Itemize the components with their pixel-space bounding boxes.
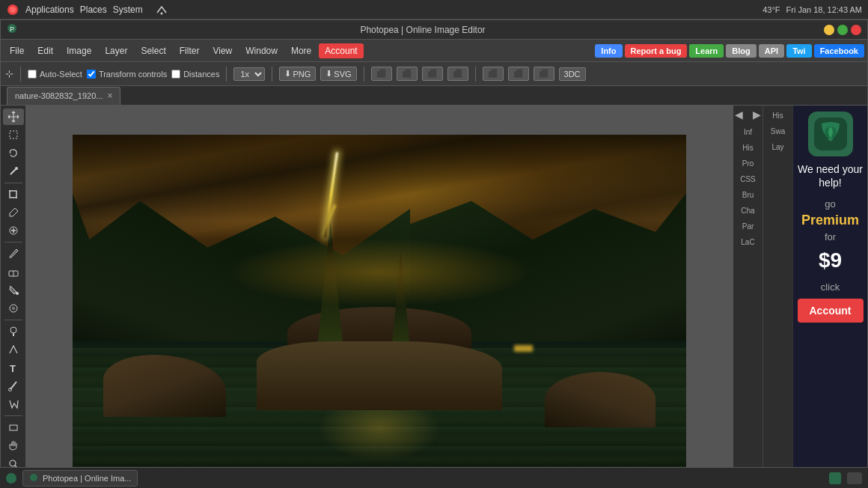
toolbar-sep-5 xyxy=(475,67,476,82)
path-select-tool[interactable] xyxy=(3,396,24,412)
facebook-button[interactable]: Facebook xyxy=(814,44,864,58)
minimize-button[interactable] xyxy=(824,25,834,35)
dodge-tool[interactable] xyxy=(3,323,24,340)
menu-file[interactable]: File xyxy=(4,43,30,58)
image-tab[interactable]: nature-3082832_1920... × xyxy=(7,87,120,105)
align-right-button[interactable]: ⬛ xyxy=(422,67,443,81)
lac-panel-btn[interactable]: LaC xyxy=(735,235,762,249)
menu-image[interactable]: Image xyxy=(61,43,97,58)
select-tool[interactable] xyxy=(3,126,24,143)
info-button[interactable]: Info xyxy=(595,44,622,58)
twitter-button[interactable]: Twi xyxy=(786,44,812,58)
network-icon xyxy=(155,3,168,16)
taskbar: Photopea | Online Ima... xyxy=(0,467,868,488)
panel-expand-right[interactable]: ▶ xyxy=(753,109,761,121)
move-tool-icon: ⊹ xyxy=(5,68,13,79)
download-svg-icon: ⬇ xyxy=(326,69,332,79)
photopea-logo-icon xyxy=(814,118,847,150)
hand-tool[interactable] xyxy=(3,437,24,454)
menu-layer[interactable]: Layer xyxy=(99,43,133,58)
canvas-wrapper xyxy=(73,135,686,479)
time-display: Fri Jan 18, 12:43 AM xyxy=(786,5,863,14)
temp-display: 43°F xyxy=(762,5,780,14)
svg-point-26 xyxy=(30,474,37,481)
distances-checkbox[interactable] xyxy=(171,70,180,79)
taskbar-end-icon[interactable] xyxy=(829,472,841,484)
system-menu[interactable]: System xyxy=(113,4,143,15)
svg-point-21 xyxy=(10,460,16,466)
canvas-area[interactable] xyxy=(26,106,733,488)
menu-edit[interactable]: Edit xyxy=(31,43,59,58)
heal-tool[interactable] xyxy=(3,222,24,239)
top-right-buttons: Info Report a bug Learn Blog API Twi Fac… xyxy=(595,44,864,58)
png-label: PNG xyxy=(293,70,311,79)
menu-view[interactable]: View xyxy=(207,43,238,58)
history-panel-btn[interactable]: His xyxy=(735,141,762,155)
ad-account-button[interactable]: Account xyxy=(798,299,864,323)
svg-export-button[interactable]: ⬇ SVG xyxy=(320,67,356,81)
report-bug-button[interactable]: Report a bug xyxy=(625,44,688,58)
blur-tool[interactable] xyxy=(3,300,24,317)
brush-tool[interactable] xyxy=(3,245,24,262)
text-tool[interactable]: T xyxy=(3,359,24,376)
tool-sep-2 xyxy=(4,242,22,243)
3d-button[interactable]: 3DC xyxy=(559,67,586,81)
his2-panel-btn[interactable]: His xyxy=(765,109,792,123)
layers-panel-btn[interactable]: Lay xyxy=(765,140,792,154)
align-mid-button[interactable]: ⬛ xyxy=(508,67,529,81)
crop-tool[interactable] xyxy=(3,186,24,203)
auto-select-label[interactable]: Auto-Select xyxy=(28,70,82,79)
learn-button[interactable]: Learn xyxy=(689,44,724,58)
places-menu[interactable]: Places xyxy=(80,4,107,15)
api-button[interactable]: API xyxy=(759,44,784,58)
eyedropper2-tool[interactable] xyxy=(3,378,24,394)
distances-label[interactable]: Distances xyxy=(171,70,219,79)
window-controls xyxy=(824,25,861,35)
rectangle-tool[interactable] xyxy=(3,419,24,436)
applications-menu[interactable]: Applications xyxy=(25,4,74,15)
fill-tool[interactable] xyxy=(3,282,24,299)
distances-text: Distances xyxy=(183,70,219,79)
pen-tool[interactable] xyxy=(3,341,24,358)
distribute-button[interactable]: ⬛ xyxy=(483,67,504,81)
taskbar-app-item[interactable]: Photopea | Online Ima... xyxy=(22,470,138,487)
taskbar-app-label: Photopea | Online Ima... xyxy=(43,474,131,483)
png-export-button[interactable]: ⬇ PNG xyxy=(279,67,316,81)
auto-select-text: Auto-Select xyxy=(40,70,82,79)
ad-click: click xyxy=(821,281,840,293)
channels-panel-btn[interactable]: Cha xyxy=(735,204,762,218)
info-panel-btn[interactable]: Inf xyxy=(735,125,762,139)
paragraphs-panel-btn[interactable]: Par xyxy=(735,219,762,234)
align-top-button[interactable]: ⬛ xyxy=(447,67,468,81)
blog-button[interactable]: Blog xyxy=(726,44,756,58)
eyedropper-tool[interactable] xyxy=(3,204,24,221)
menu-select[interactable]: Select xyxy=(135,43,171,58)
brush-panel-btn[interactable]: Bru xyxy=(735,188,762,202)
menu-filter[interactable]: Filter xyxy=(174,43,206,58)
wand-tool[interactable] xyxy=(3,163,24,180)
zoom-select[interactable]: 1x xyxy=(233,67,265,81)
move-tool[interactable] xyxy=(3,109,24,125)
tab-close-button[interactable]: × xyxy=(107,91,112,101)
align-left-button[interactable]: ⬛ xyxy=(371,67,392,81)
lasso-tool[interactable] xyxy=(3,144,24,161)
transform-controls-text: Transform controls xyxy=(99,70,167,79)
menu-account[interactable]: Account xyxy=(319,43,363,58)
panel-expand-left[interactable]: ◀ xyxy=(735,109,743,121)
transform-controls-label[interactable]: Transform controls xyxy=(87,70,167,79)
swatches-panel-btn[interactable]: Swa xyxy=(765,124,792,138)
align-center-button[interactable]: ⬛ xyxy=(397,67,418,81)
maximize-button[interactable] xyxy=(837,25,848,35)
eraser-tool[interactable] xyxy=(3,263,24,280)
toolbar-sep-1 xyxy=(20,67,21,82)
css-panel-btn[interactable]: CSS xyxy=(735,172,762,186)
close-button[interactable] xyxy=(851,25,861,35)
auto-select-checkbox[interactable] xyxy=(28,70,37,79)
menu-window[interactable]: Window xyxy=(239,43,284,58)
menu-more[interactable]: More xyxy=(285,43,317,58)
transform-controls-checkbox[interactable] xyxy=(87,70,96,79)
align-bot-button[interactable]: ⬛ xyxy=(534,67,554,81)
properties-panel-btn[interactable]: Pro xyxy=(735,156,762,171)
taskbar-app-icon xyxy=(6,473,16,484)
ad-go: go xyxy=(825,198,835,210)
